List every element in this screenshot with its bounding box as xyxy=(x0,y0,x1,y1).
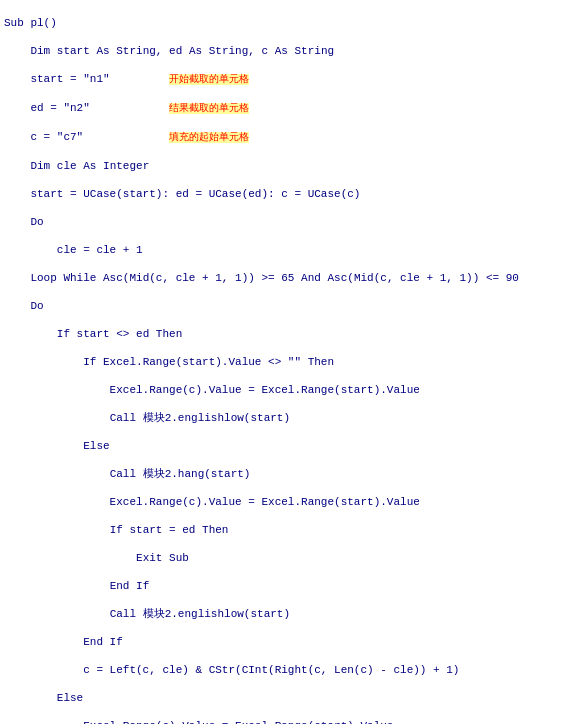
line-21: End If xyxy=(4,579,561,593)
line-15: Call 模块2.englishlow(start) xyxy=(4,411,561,425)
line-22: Call 模块2.englishlow(start) xyxy=(4,607,561,621)
line-6: Dim cle As Integer xyxy=(4,159,561,173)
line-4: ed = "n2" 结果截取的单元格 xyxy=(4,101,561,116)
line-25: Else xyxy=(4,691,561,705)
line-11: Do xyxy=(4,299,561,313)
line-5: c = "c7" 填充的起始单元格 xyxy=(4,130,561,145)
line-19: If start = ed Then xyxy=(4,523,561,537)
line-16: Else xyxy=(4,439,561,453)
line-9: cle = cle + 1 xyxy=(4,243,561,257)
line-18: Excel.Range(c).Value = Excel.Range(start… xyxy=(4,495,561,509)
line-2: Dim start As String, ed As String, c As … xyxy=(4,44,561,58)
line-8: Do xyxy=(4,215,561,229)
line-13: If Excel.Range(start).Value <> "" Then xyxy=(4,355,561,369)
line-7: start = UCase(start): ed = UCase(ed): c … xyxy=(4,187,561,201)
code-editor: Sub pl() Dim start As String, ed As Stri… xyxy=(0,0,565,724)
line-1: Sub pl() xyxy=(4,16,561,30)
line-24: c = Left(c, cle) & CStr(CInt(Right(c, Le… xyxy=(4,663,561,677)
line-20: Exit Sub xyxy=(4,551,561,565)
line-3: start = "n1" 开始截取的单元格 xyxy=(4,72,561,87)
line-17: Call 模块2.hang(start) xyxy=(4,467,561,481)
line-14: Excel.Range(c).Value = Excel.Range(start… xyxy=(4,383,561,397)
line-12: If start <> ed Then xyxy=(4,327,561,341)
line-23: End If xyxy=(4,635,561,649)
line-26: Excel.Range(c).Value = Excel.Range(start… xyxy=(4,719,561,724)
line-10: Loop While Asc(Mid(c, cle + 1, 1)) >= 65… xyxy=(4,271,561,285)
